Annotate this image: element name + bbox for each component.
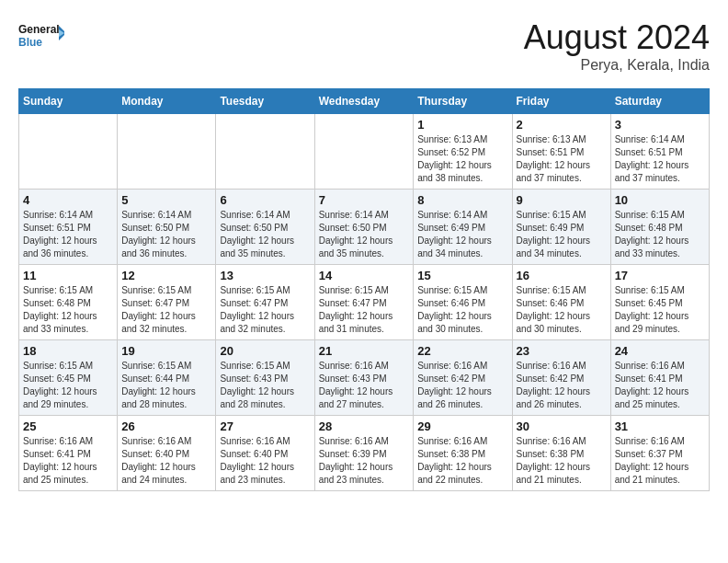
day-info: Sunrise: 6:14 AM Sunset: 6:50 PM Dayligh… bbox=[121, 209, 211, 260]
calendar-cell: 6Sunrise: 6:14 AM Sunset: 6:50 PM Daylig… bbox=[216, 190, 314, 265]
day-info: Sunrise: 6:15 AM Sunset: 6:47 PM Dayligh… bbox=[220, 284, 310, 336]
month-title: August 2024 bbox=[524, 18, 710, 57]
calendar-cell: 5Sunrise: 6:14 AM Sunset: 6:50 PM Daylig… bbox=[118, 190, 216, 265]
day-number: 9 bbox=[517, 193, 607, 207]
day-number: 4 bbox=[23, 193, 113, 207]
day-number: 24 bbox=[615, 344, 705, 358]
day-info: Sunrise: 6:14 AM Sunset: 6:51 PM Dayligh… bbox=[23, 209, 113, 260]
day-info: Sunrise: 6:13 AM Sunset: 6:52 PM Dayligh… bbox=[417, 133, 507, 185]
day-number: 2 bbox=[517, 118, 607, 132]
day-info: Sunrise: 6:15 AM Sunset: 6:48 PM Dayligh… bbox=[23, 284, 113, 336]
day-info: Sunrise: 6:15 AM Sunset: 6:46 PM Dayligh… bbox=[417, 284, 507, 336]
logo: General Blue bbox=[18, 18, 64, 60]
day-number: 27 bbox=[220, 419, 310, 433]
day-number: 5 bbox=[121, 193, 211, 207]
calendar-cell: 26Sunrise: 6:16 AM Sunset: 6:40 PM Dayli… bbox=[118, 416, 216, 491]
calendar-cell bbox=[19, 114, 118, 190]
calendar-cell: 13Sunrise: 6:15 AM Sunset: 6:47 PM Dayli… bbox=[216, 265, 314, 340]
day-info: Sunrise: 6:14 AM Sunset: 6:50 PM Dayligh… bbox=[220, 209, 310, 260]
calendar-week-row: 11Sunrise: 6:15 AM Sunset: 6:48 PM Dayli… bbox=[19, 265, 710, 340]
day-info: Sunrise: 6:15 AM Sunset: 6:47 PM Dayligh… bbox=[121, 284, 211, 336]
calendar-cell: 30Sunrise: 6:16 AM Sunset: 6:38 PM Dayli… bbox=[512, 416, 610, 491]
day-number: 6 bbox=[220, 193, 310, 207]
calendar-cell: 19Sunrise: 6:15 AM Sunset: 6:44 PM Dayli… bbox=[118, 340, 216, 416]
calendar-week-row: 1Sunrise: 6:13 AM Sunset: 6:52 PM Daylig… bbox=[19, 114, 710, 190]
calendar-header-row: SundayMondayTuesdayWednesdayThursdayFrid… bbox=[19, 89, 710, 114]
calendar-cell: 7Sunrise: 6:14 AM Sunset: 6:50 PM Daylig… bbox=[314, 190, 414, 265]
day-number: 29 bbox=[417, 419, 507, 433]
calendar-cell: 3Sunrise: 6:14 AM Sunset: 6:51 PM Daylig… bbox=[610, 114, 709, 190]
day-info: Sunrise: 6:16 AM Sunset: 6:42 PM Dayligh… bbox=[517, 360, 607, 411]
day-number: 18 bbox=[23, 344, 113, 358]
calendar-cell: 24Sunrise: 6:16 AM Sunset: 6:41 PM Dayli… bbox=[610, 340, 709, 416]
calendar-cell bbox=[118, 114, 216, 190]
svg-text:Blue: Blue bbox=[18, 36, 42, 49]
day-number: 3 bbox=[615, 118, 705, 132]
calendar-day-header: Sunday bbox=[19, 89, 118, 114]
day-info: Sunrise: 6:15 AM Sunset: 6:46 PM Dayligh… bbox=[517, 284, 607, 336]
calendar-day-header: Friday bbox=[512, 89, 610, 114]
day-number: 16 bbox=[517, 269, 607, 282]
day-info: Sunrise: 6:16 AM Sunset: 6:42 PM Dayligh… bbox=[417, 360, 507, 411]
day-info: Sunrise: 6:15 AM Sunset: 6:43 PM Dayligh… bbox=[220, 360, 310, 411]
day-number: 31 bbox=[615, 419, 705, 433]
day-info: Sunrise: 6:15 AM Sunset: 6:45 PM Dayligh… bbox=[23, 360, 113, 411]
day-number: 13 bbox=[220, 269, 310, 282]
day-number: 11 bbox=[23, 269, 113, 282]
day-number: 12 bbox=[121, 269, 211, 282]
calendar-day-header: Tuesday bbox=[216, 89, 314, 114]
day-number: 14 bbox=[319, 269, 410, 282]
day-info: Sunrise: 6:15 AM Sunset: 6:49 PM Dayligh… bbox=[517, 209, 607, 260]
calendar-cell: 29Sunrise: 6:16 AM Sunset: 6:38 PM Dayli… bbox=[414, 416, 512, 491]
calendar-day-header: Monday bbox=[118, 89, 216, 114]
day-info: Sunrise: 6:16 AM Sunset: 6:38 PM Dayligh… bbox=[417, 435, 507, 487]
calendar-day-header: Wednesday bbox=[314, 89, 414, 114]
calendar-cell: 14Sunrise: 6:15 AM Sunset: 6:47 PM Dayli… bbox=[314, 265, 414, 340]
day-info: Sunrise: 6:15 AM Sunset: 6:47 PM Dayligh… bbox=[319, 284, 410, 336]
day-number: 10 bbox=[615, 193, 705, 207]
calendar-cell: 25Sunrise: 6:16 AM Sunset: 6:41 PM Dayli… bbox=[19, 416, 118, 491]
calendar-cell bbox=[314, 114, 414, 190]
calendar-cell: 1Sunrise: 6:13 AM Sunset: 6:52 PM Daylig… bbox=[414, 114, 512, 190]
calendar-day-header: Saturday bbox=[610, 89, 709, 114]
calendar-week-row: 18Sunrise: 6:15 AM Sunset: 6:45 PM Dayli… bbox=[19, 340, 710, 416]
calendar-cell: 27Sunrise: 6:16 AM Sunset: 6:40 PM Dayli… bbox=[216, 416, 314, 491]
day-info: Sunrise: 6:13 AM Sunset: 6:51 PM Dayligh… bbox=[517, 133, 607, 185]
calendar-cell: 15Sunrise: 6:15 AM Sunset: 6:46 PM Dayli… bbox=[414, 265, 512, 340]
day-info: Sunrise: 6:16 AM Sunset: 6:39 PM Dayligh… bbox=[319, 435, 410, 487]
calendar-cell: 16Sunrise: 6:15 AM Sunset: 6:46 PM Dayli… bbox=[512, 265, 610, 340]
day-info: Sunrise: 6:14 AM Sunset: 6:49 PM Dayligh… bbox=[417, 209, 507, 260]
day-info: Sunrise: 6:15 AM Sunset: 6:44 PM Dayligh… bbox=[121, 360, 211, 411]
day-number: 30 bbox=[517, 419, 607, 433]
calendar-cell: 17Sunrise: 6:15 AM Sunset: 6:45 PM Dayli… bbox=[610, 265, 709, 340]
day-info: Sunrise: 6:15 AM Sunset: 6:48 PM Dayligh… bbox=[615, 209, 705, 260]
calendar-cell: 2Sunrise: 6:13 AM Sunset: 6:51 PM Daylig… bbox=[512, 114, 610, 190]
day-number: 26 bbox=[121, 419, 211, 433]
calendar-table: SundayMondayTuesdayWednesdayThursdayFrid… bbox=[18, 88, 710, 491]
day-number: 20 bbox=[220, 344, 310, 358]
day-number: 8 bbox=[417, 193, 507, 207]
calendar-cell: 11Sunrise: 6:15 AM Sunset: 6:48 PM Dayli… bbox=[19, 265, 118, 340]
day-number: 17 bbox=[615, 269, 705, 282]
svg-text:General: General bbox=[18, 23, 60, 36]
day-number: 7 bbox=[319, 193, 410, 207]
calendar-cell: 20Sunrise: 6:15 AM Sunset: 6:43 PM Dayli… bbox=[216, 340, 314, 416]
calendar-cell: 12Sunrise: 6:15 AM Sunset: 6:47 PM Dayli… bbox=[118, 265, 216, 340]
calendar-cell: 31Sunrise: 6:16 AM Sunset: 6:37 PM Dayli… bbox=[610, 416, 709, 491]
title-area: August 2024 Perya, Kerala, India bbox=[524, 18, 710, 74]
page-header: General Blue August 2024 Perya, Kerala, … bbox=[18, 18, 710, 74]
day-number: 23 bbox=[517, 344, 607, 358]
day-info: Sunrise: 6:14 AM Sunset: 6:50 PM Dayligh… bbox=[319, 209, 410, 260]
day-info: Sunrise: 6:16 AM Sunset: 6:37 PM Dayligh… bbox=[615, 435, 705, 487]
calendar-cell: 18Sunrise: 6:15 AM Sunset: 6:45 PM Dayli… bbox=[19, 340, 118, 416]
logo-svg: General Blue bbox=[18, 18, 64, 60]
day-number: 1 bbox=[417, 118, 507, 132]
day-info: Sunrise: 6:16 AM Sunset: 6:38 PM Dayligh… bbox=[517, 435, 607, 487]
calendar-cell: 8Sunrise: 6:14 AM Sunset: 6:49 PM Daylig… bbox=[414, 190, 512, 265]
day-info: Sunrise: 6:16 AM Sunset: 6:41 PM Dayligh… bbox=[615, 360, 705, 411]
calendar-cell: 9Sunrise: 6:15 AM Sunset: 6:49 PM Daylig… bbox=[512, 190, 610, 265]
calendar-cell: 28Sunrise: 6:16 AM Sunset: 6:39 PM Dayli… bbox=[314, 416, 414, 491]
day-info: Sunrise: 6:15 AM Sunset: 6:45 PM Dayligh… bbox=[615, 284, 705, 336]
day-info: Sunrise: 6:14 AM Sunset: 6:51 PM Dayligh… bbox=[615, 133, 705, 185]
day-info: Sunrise: 6:16 AM Sunset: 6:40 PM Dayligh… bbox=[121, 435, 211, 487]
